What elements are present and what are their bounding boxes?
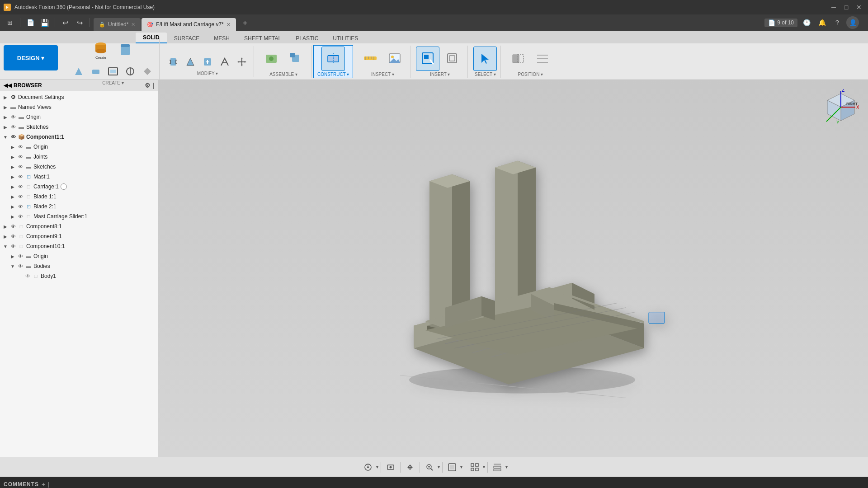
tree-eye-icon[interactable]: 👁 (9, 133, 17, 141)
construct-label[interactable]: CONSTRUCT (317, 72, 349, 77)
tree-arrow[interactable] (2, 133, 9, 141)
minimize-button[interactable]: ─ (828, 2, 839, 13)
tab-lift-mast[interactable]: 🎯 F/Lift Mast and Carriage v7* ✕ (142, 18, 236, 31)
tree-eye-icon[interactable]: 👁 (16, 252, 24, 260)
modify-move-btn[interactable] (234, 54, 250, 70)
create-btn5[interactable] (105, 63, 121, 80)
snap-dropdown[interactable]: ▾ (376, 465, 378, 469)
modify-label[interactable]: MODIFY (197, 71, 218, 76)
display-dropdown[interactable]: ▾ (460, 465, 462, 469)
tree-arrow[interactable] (9, 203, 16, 210)
clock-button[interactable]: 🕐 (800, 16, 813, 29)
display-mode-button[interactable] (445, 460, 459, 474)
select-btn[interactable] (473, 47, 497, 71)
tree-arrow[interactable] (2, 223, 9, 230)
tree-item-body1[interactable]: 👁 □ Body1 (0, 271, 158, 281)
tree-eye-icon[interactable]: 👁 (16, 153, 24, 161)
tree-item-sketches[interactable]: 👁 ▬ Sketches (0, 122, 158, 132)
tree-eye-icon[interactable]: 👁 (16, 183, 24, 191)
view-table-dropdown[interactable]: ▾ (505, 465, 508, 469)
tree-eye-icon[interactable]: 👁 (16, 212, 24, 221)
assemble-btn1[interactable] (259, 47, 283, 71)
tree-item-component10-origin[interactable]: 👁 ▬ Origin (0, 251, 158, 261)
viewport[interactable]: X Y Z RIGHT (158, 80, 868, 457)
tree-arrow[interactable] (9, 163, 16, 170)
tree-eye-icon[interactable]: 👁 (16, 202, 24, 211)
assemble-btn2[interactable] (284, 47, 307, 71)
tree-item-named-views[interactable]: ▬ Named Views (0, 102, 158, 112)
tree-eye-hidden-icon[interactable]: 👁 (24, 272, 32, 280)
create-btn7[interactable] (139, 63, 156, 80)
modify-btn3[interactable] (199, 54, 216, 70)
maximize-button[interactable]: □ (841, 2, 852, 13)
tree-arrow[interactable] (2, 94, 9, 101)
tree-eye-icon[interactable]: 👁 (16, 262, 24, 270)
zoom-dropdown[interactable]: ▾ (438, 465, 440, 469)
tree-arrow[interactable] (9, 183, 16, 190)
tree-eye-icon[interactable]: 👁 (16, 143, 24, 151)
tree-arrow[interactable] (9, 153, 16, 160)
tree-arrow[interactable] (2, 243, 9, 250)
modify-btn4[interactable] (217, 54, 233, 70)
position-label[interactable]: POSITION (518, 72, 543, 77)
tree-item-mast-carriage-slider[interactable]: 👁 □ Mast Carriage Slider:1 (0, 211, 158, 221)
inspect-img-btn[interactable] (383, 47, 406, 71)
ribbon-tab-mesh[interactable]: MESH (207, 33, 237, 43)
snap-button[interactable] (361, 460, 375, 474)
create-label[interactable]: CREATE (102, 80, 124, 85)
tree-arrow[interactable] (9, 213, 16, 220)
tree-item-origin[interactable]: 👁 ▬ Origin (0, 112, 158, 122)
redo-button[interactable]: ↪ (73, 16, 86, 29)
tree-arrow[interactable] (9, 143, 16, 150)
save-button[interactable]: 💾 (38, 16, 51, 29)
inspect-measure-btn[interactable] (359, 47, 382, 71)
account-button[interactable]: 👤 (846, 16, 859, 29)
tab-untitled-close[interactable]: ✕ (131, 22, 135, 28)
tree-eye-icon[interactable]: 👁 (16, 192, 24, 201)
construct-plane-btn[interactable] (321, 47, 345, 71)
viewport-cube[interactable]: X Y Z RIGHT (823, 89, 859, 125)
ribbon-tab-plastic[interactable]: PLASTIC (288, 33, 326, 43)
zoom-button[interactable] (422, 460, 437, 474)
tree-arrow[interactable] (2, 233, 9, 240)
tree-eye-icon[interactable]: 👁 (16, 163, 24, 171)
tree-item-mast[interactable]: 👁 ⊡ Mast:1 (0, 172, 158, 182)
tab-lift-mast-close[interactable]: ✕ (226, 22, 231, 28)
ribbon-tab-utilities[interactable]: UTILITIES (326, 33, 365, 43)
grid-button[interactable] (467, 460, 482, 474)
comments-panel-icon[interactable]: | (48, 481, 49, 488)
browser-collapse-icon[interactable]: ◀◀ (4, 82, 12, 89)
insert-btn2[interactable] (440, 47, 464, 71)
tree-item-carriage[interactable]: 👁 □ Carriage:1 (0, 182, 158, 192)
create-body-button[interactable] (113, 38, 137, 62)
tree-arrow[interactable] (9, 263, 16, 270)
help-button[interactable]: ? (831, 16, 844, 29)
tree-item-component1-origin[interactable]: 👁 ▬ Origin (0, 142, 158, 152)
create-btn6[interactable] (122, 63, 138, 80)
close-button[interactable]: ✕ (854, 2, 864, 13)
position-btn1[interactable] (506, 47, 530, 71)
tree-item-bodies[interactable]: 👁 ▬ Bodies (0, 261, 158, 271)
tree-eye-icon[interactable]: 👁 (9, 242, 17, 250)
create-btn3[interactable] (71, 63, 87, 80)
tree-eye-icon[interactable]: 👁 (16, 173, 24, 181)
tree-item-component9[interactable]: 👁 □ Component9:1 (0, 231, 158, 241)
inspect-label[interactable]: INSPECT (371, 72, 394, 77)
create-extrude-button[interactable]: Create (89, 38, 113, 62)
tree-item-component10[interactable]: 👁 □ Component10:1 (0, 241, 158, 251)
select-label[interactable]: SELECT (475, 72, 496, 77)
notifications-button[interactable]: 🔔 (816, 16, 828, 29)
tree-item-blade2[interactable]: 👁 ⊡ Blade 2:1 (0, 202, 158, 211)
create-btn4[interactable] (88, 63, 104, 80)
tree-item-joints[interactable]: 👁 ▬ Joints (0, 152, 158, 162)
view-table-button[interactable] (490, 460, 505, 474)
tree-arrow[interactable] (2, 103, 9, 111)
tree-eye-icon[interactable]: 👁 (9, 232, 17, 240)
tree-item-component1-sketches[interactable]: 👁 ▬ Sketches (0, 162, 158, 172)
new-file-button[interactable]: 📄 (24, 16, 37, 29)
tree-arrow[interactable] (9, 173, 16, 180)
ribbon-tab-sheet-metal[interactable]: SHEET METAL (237, 33, 288, 43)
comments-add-icon[interactable]: + (42, 481, 45, 488)
tree-item-blade1[interactable]: 👁 □ Blade 1:1 (0, 192, 158, 202)
tree-eye-icon[interactable]: 👁 (9, 222, 17, 230)
